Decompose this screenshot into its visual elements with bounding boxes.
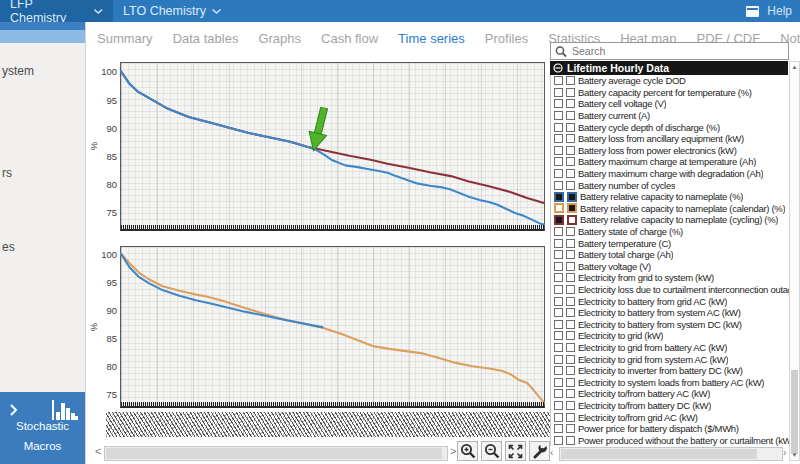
top-chart-checkbox[interactable] bbox=[554, 331, 563, 340]
variable-row[interactable]: Battery cycle depth of discharge (%) bbox=[551, 121, 789, 133]
project-tab-lto[interactable]: LTO Chemistry bbox=[113, 0, 231, 22]
bottom-chart-checkbox[interactable] bbox=[566, 436, 575, 445]
bottom-chart-checkbox[interactable] bbox=[566, 134, 575, 143]
bottom-chart-checkbox[interactable] bbox=[566, 285, 575, 294]
variable-row[interactable]: Battery maximum charge with degradation … bbox=[551, 168, 789, 180]
top-chart-checkbox[interactable] bbox=[554, 343, 563, 352]
bottom-chart-checkbox[interactable] bbox=[566, 227, 575, 236]
tab-summary[interactable]: Summary bbox=[97, 31, 153, 46]
bottom-chart-checkbox[interactable] bbox=[566, 250, 575, 259]
variable-row[interactable]: Electricity to battery from system DC (k… bbox=[551, 318, 789, 330]
variable-row[interactable]: Electricity to/from battery AC (kW) bbox=[551, 388, 789, 400]
tab-profiles[interactable]: Profiles bbox=[485, 31, 528, 46]
bottom-chart-checkbox[interactable] bbox=[566, 99, 575, 108]
top-chart-checkbox[interactable] bbox=[554, 320, 563, 329]
variable-row[interactable]: Electricity to inverter from battery DC … bbox=[551, 365, 789, 377]
scrollbar-thumb[interactable] bbox=[561, 449, 757, 459]
variable-row[interactable]: Electricity from grid to system (kW) bbox=[551, 272, 789, 284]
scroll-right-arrow[interactable]: > bbox=[450, 445, 456, 457]
scroll-up-arrow[interactable]: ▲ bbox=[790, 64, 799, 70]
tab-data-tables[interactable]: Data tables bbox=[173, 31, 239, 46]
variable-row[interactable]: Battery capacity percent for temperature… bbox=[551, 87, 789, 99]
variable-row[interactable]: Electricity to grid from battery AC (kW) bbox=[551, 342, 789, 354]
bottom-chart-checkbox[interactable] bbox=[567, 192, 577, 202]
chart-settings-button[interactable] bbox=[529, 441, 550, 461]
variable-row[interactable]: Battery total charge (Ah) bbox=[551, 249, 789, 261]
bottom-chart-checkbox[interactable] bbox=[566, 331, 575, 340]
top-chart-checkbox[interactable] bbox=[554, 88, 563, 97]
top-chart-checkbox[interactable] bbox=[554, 76, 563, 85]
bottom-chart-checkbox[interactable] bbox=[567, 203, 577, 213]
bottom-chart-checkbox[interactable] bbox=[566, 297, 575, 306]
sidebar-item-partial[interactable]: rs bbox=[2, 166, 12, 180]
variable-vertical-scrollbar[interactable]: ▲ ▼ bbox=[789, 61, 800, 461]
bottom-chart-checkbox[interactable] bbox=[566, 273, 575, 282]
top-chart-checkbox[interactable] bbox=[554, 99, 563, 108]
variable-row[interactable]: Battery cell voltage (V) bbox=[551, 98, 789, 110]
bottom-chart-checkbox[interactable] bbox=[566, 76, 575, 85]
bottom-chart-checkbox[interactable] bbox=[567, 215, 577, 225]
variable-row[interactable]: Battery maximum charge at temperature (A… bbox=[551, 156, 789, 168]
bottom-chart-checkbox[interactable] bbox=[566, 320, 575, 329]
variable-row[interactable]: Battery loss from ancillary equipment (k… bbox=[551, 133, 789, 145]
top-chart-checkbox[interactable] bbox=[554, 308, 563, 317]
top-chart-checkbox[interactable] bbox=[554, 401, 563, 410]
variable-row[interactable]: Battery average cycle DOD bbox=[551, 75, 789, 87]
variable-row[interactable]: Battery relative capacity to nameplate (… bbox=[551, 214, 789, 226]
bottom-chart-checkbox[interactable] bbox=[566, 308, 575, 317]
variable-horizontal-scrollbar[interactable] bbox=[559, 447, 783, 461]
bottom-chart-checkbox[interactable] bbox=[566, 157, 575, 166]
sidebar-item-partial[interactable]: es bbox=[2, 240, 15, 254]
collapse-group-icon[interactable] bbox=[553, 63, 563, 73]
top-chart-checkbox[interactable] bbox=[554, 157, 563, 166]
top-chart-checkbox[interactable] bbox=[554, 366, 563, 375]
bottom-chart-checkbox[interactable] bbox=[566, 169, 575, 178]
zoom-out-button[interactable] bbox=[481, 441, 502, 461]
tab-graphs[interactable]: Graphs bbox=[258, 31, 301, 46]
time-series-chart-top[interactable]: % 1009590858075 bbox=[120, 62, 545, 231]
top-chart-checkbox[interactable] bbox=[554, 250, 563, 259]
variable-row[interactable]: Battery temperature (C) bbox=[551, 237, 789, 249]
top-chart-checkbox[interactable] bbox=[554, 146, 563, 155]
bottom-chart-checkbox[interactable] bbox=[566, 424, 575, 433]
sidebar-item-partial[interactable]: ystem bbox=[2, 64, 34, 78]
top-chart-checkbox[interactable] bbox=[554, 273, 563, 282]
top-chart-checkbox[interactable] bbox=[554, 424, 563, 433]
top-chart-checkbox[interactable] bbox=[554, 436, 563, 445]
bottom-chart-checkbox[interactable] bbox=[566, 389, 575, 398]
zoom-in-button[interactable] bbox=[457, 441, 478, 461]
variable-row[interactable]: Battery state of charge (%) bbox=[551, 226, 789, 238]
top-chart-checkbox[interactable] bbox=[554, 389, 563, 398]
variable-row[interactable]: Power price for battery dispatch ($/MWh) bbox=[551, 423, 789, 435]
bottom-chart-checkbox[interactable] bbox=[566, 401, 575, 410]
group-header-lifetime-hourly-data[interactable]: Lifetime Hourly Data bbox=[550, 61, 788, 75]
top-chart-checkbox[interactable] bbox=[554, 285, 563, 294]
top-chart-checkbox[interactable] bbox=[554, 215, 564, 225]
bottom-chart-checkbox[interactable] bbox=[566, 413, 575, 422]
top-chart-checkbox[interactable] bbox=[554, 111, 563, 120]
bottom-chart-checkbox[interactable] bbox=[566, 262, 575, 271]
top-chart-checkbox[interactable] bbox=[554, 181, 563, 190]
variable-row[interactable]: Electricity to/from grid AC (kW) bbox=[551, 411, 789, 423]
scroll-left-arrow[interactable]: ‹ bbox=[550, 447, 553, 458]
variable-row[interactable]: Battery relative capacity to nameplate (… bbox=[551, 191, 789, 203]
variable-row[interactable]: Electricity to grid from system AC (kW) bbox=[551, 353, 789, 365]
scroll-down-arrow[interactable]: ▼ bbox=[790, 452, 799, 458]
top-chart-checkbox[interactable] bbox=[554, 192, 564, 202]
variable-row[interactable]: Battery loss from power electronics (kW) bbox=[551, 145, 789, 157]
top-chart-checkbox[interactable] bbox=[554, 297, 563, 306]
tab-cash-flow[interactable]: Cash flow bbox=[321, 31, 378, 46]
variable-row[interactable]: Electricity loss due to curtailment inte… bbox=[551, 284, 789, 296]
chart-horizontal-scrollbar[interactable] bbox=[104, 446, 448, 461]
help-button[interactable]: Help bbox=[746, 0, 792, 22]
variable-row[interactable]: Electricity to/from battery DC (kW) bbox=[551, 400, 789, 412]
variable-row[interactable]: Battery voltage (V) bbox=[551, 261, 789, 273]
stochastic-macros-panel[interactable]: Stochastic Macros bbox=[0, 392, 85, 464]
top-chart-checkbox[interactable] bbox=[554, 134, 563, 143]
variable-row[interactable]: Battery number of cycles bbox=[551, 179, 789, 191]
tab-time-series[interactable]: Time series bbox=[398, 31, 465, 46]
expand-button[interactable] bbox=[505, 441, 526, 461]
search-box[interactable] bbox=[550, 42, 789, 60]
variable-row[interactable]: Electricity to grid (kW) bbox=[551, 330, 789, 342]
bottom-chart-checkbox[interactable] bbox=[566, 378, 575, 387]
